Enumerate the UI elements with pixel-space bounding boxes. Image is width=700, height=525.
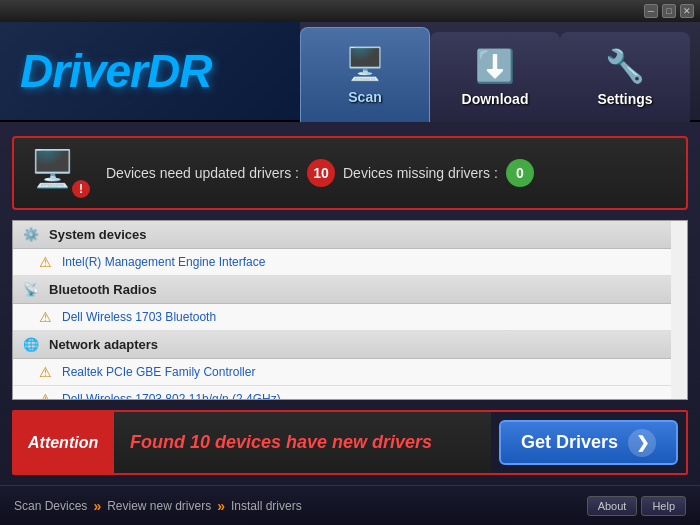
breadcrumb-scan-devices[interactable]: Scan Devices: [14, 499, 87, 513]
device-list-container: ⚙️ System devices ⚠ Intel(R) Management …: [12, 220, 688, 400]
main-content: 🖥️ ! Devices need updated drivers : 10 D…: [0, 122, 700, 485]
nav-tabs: 🖥️ Scan ⬇️ Download 🔧 Settings: [300, 22, 700, 120]
network-icon: 🌐: [23, 337, 39, 352]
tab-settings-label: Settings: [597, 91, 652, 107]
device-name: Dell Wireless 1703 Bluetooth: [62, 310, 216, 324]
list-item[interactable]: ⚠ Dell Wireless 1703 Bluetooth: [13, 304, 671, 331]
footer-buttons: About Help: [587, 496, 686, 516]
about-label: About: [598, 500, 627, 512]
footer: Scan Devices » Review new drivers » Inst…: [0, 485, 700, 525]
tab-scan[interactable]: 🖥️ Scan: [300, 27, 430, 122]
warning-icon: ⚠: [39, 309, 52, 325]
breadcrumb-sep-1: »: [93, 498, 101, 514]
attention-label: Attention: [14, 412, 114, 473]
get-drivers-button[interactable]: Get Drivers ❯: [499, 420, 678, 465]
list-item[interactable]: ⚠ Realtek PCIe GBE Family Controller: [13, 359, 671, 386]
tab-settings[interactable]: 🔧 Settings: [560, 32, 690, 122]
system-devices-icon: ⚙️: [23, 227, 39, 242]
about-button[interactable]: About: [587, 496, 638, 516]
list-item[interactable]: ⚠ Dell Wireless 1703 802.11b/g/n (2.4GHz…: [13, 386, 671, 399]
warning-icon: ⚠: [39, 391, 52, 399]
title-bar: ─ □ ✕: [0, 0, 700, 22]
settings-icon: 🔧: [605, 47, 645, 85]
scan-icon: 🖥️: [345, 45, 385, 83]
system-devices-label: System devices: [49, 227, 147, 242]
minimize-button[interactable]: ─: [644, 4, 658, 18]
header: DriverDR 🖥️ Scan ⬇️ Download 🔧 Settings: [0, 22, 700, 122]
arrow-icon: ❯: [628, 429, 656, 457]
need-update-count: 10: [307, 159, 335, 187]
breadcrumb-sep-2: »: [217, 498, 225, 514]
device-name: Intel(R) Management Engine Interface: [62, 255, 265, 269]
close-button[interactable]: ✕: [680, 4, 694, 18]
missing-label: Devices missing drivers :: [343, 165, 498, 181]
warning-icon: ⚠: [39, 254, 52, 270]
missing-count: 0: [506, 159, 534, 187]
device-list[interactable]: ⚙️ System devices ⚠ Intel(R) Management …: [13, 221, 687, 399]
help-label: Help: [652, 500, 675, 512]
device-name: Realtek PCIe GBE Family Controller: [62, 365, 255, 379]
help-button[interactable]: Help: [641, 496, 686, 516]
category-bluetooth-radios: 📡 Bluetooth Radios: [13, 276, 671, 304]
category-system-devices: ⚙️ System devices: [13, 221, 671, 249]
status-bar: 🖥️ ! Devices need updated drivers : 10 D…: [12, 136, 688, 210]
tab-download[interactable]: ⬇️ Download: [430, 32, 560, 122]
breadcrumb: Scan Devices » Review new drivers » Inst…: [14, 498, 302, 514]
download-icon: ⬇️: [475, 47, 515, 85]
logo-area: DriverDR: [0, 22, 300, 120]
breadcrumb-install-drivers[interactable]: Install drivers: [231, 499, 302, 513]
tab-scan-label: Scan: [348, 89, 381, 105]
tab-download-label: Download: [462, 91, 529, 107]
bluetooth-icon: 📡: [23, 282, 39, 297]
maximize-button[interactable]: □: [662, 4, 676, 18]
breadcrumb-review-drivers[interactable]: Review new drivers: [107, 499, 211, 513]
warning-icon: ⚠: [39, 364, 52, 380]
bluetooth-radios-label: Bluetooth Radios: [49, 282, 157, 297]
category-network-adapters: 🌐 Network adapters: [13, 331, 671, 359]
network-adapters-label: Network adapters: [49, 337, 158, 352]
alert-badge: !: [72, 180, 90, 198]
attention-bar: Attention Found 10 devices have new driv…: [12, 410, 688, 475]
need-update-label: Devices need updated drivers :: [106, 165, 299, 181]
attention-message: Found 10 devices have new drivers: [114, 412, 491, 473]
status-text: Devices need updated drivers : 10 Device…: [106, 159, 670, 187]
app-logo: DriverDR: [20, 44, 211, 98]
list-item[interactable]: ⚠ Intel(R) Management Engine Interface: [13, 249, 671, 276]
get-drivers-label: Get Drivers: [521, 432, 618, 453]
app-container: DriverDR 🖥️ Scan ⬇️ Download 🔧 Settings …: [0, 22, 700, 525]
status-icon-area: 🖥️ !: [30, 148, 90, 198]
device-name: Dell Wireless 1703 802.11b/g/n (2.4GHz): [62, 392, 281, 399]
